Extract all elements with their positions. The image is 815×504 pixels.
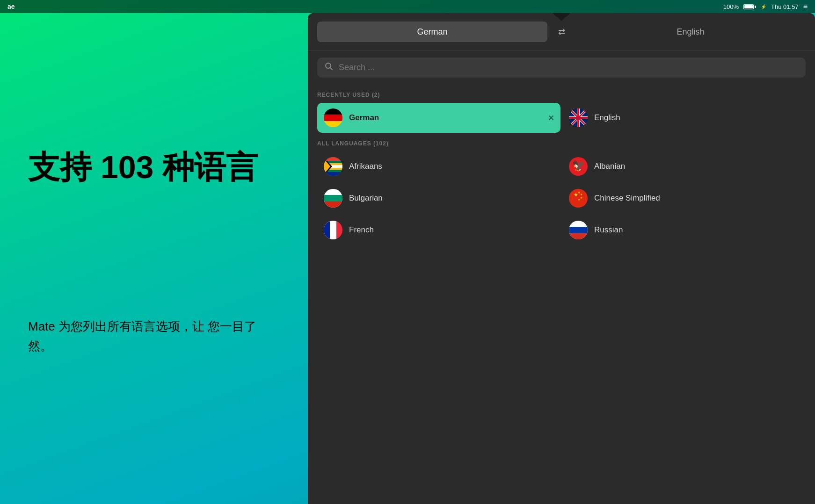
svg-text:★: ★	[578, 198, 580, 201]
language-name: Bulgarian	[349, 194, 383, 203]
language-name: Afrikaans	[349, 162, 382, 171]
svg-rect-37	[324, 221, 330, 239]
flag-afrikaans	[324, 157, 342, 176]
svg-rect-39	[569, 227, 588, 233]
svg-rect-22	[324, 157, 342, 161]
list-item[interactable]: Russian	[562, 215, 806, 245]
svg-line-1	[330, 68, 333, 70]
swap-languages-button[interactable]: ⇄	[553, 23, 570, 40]
svg-text:★: ★	[580, 193, 582, 196]
clock: Thu 01:57	[771, 3, 799, 10]
search-input[interactable]	[339, 63, 798, 72]
flag-russian	[569, 221, 588, 239]
bolt-icon: ⚡	[761, 4, 766, 9]
flag-german	[324, 108, 342, 127]
left-content: 支持 103 种语言 Mate 为您列出所有语言选项，让 您一目了然。	[0, 0, 309, 504]
list-item[interactable]: German ✕	[317, 103, 560, 133]
close-icon[interactable]: ✕	[548, 114, 554, 122]
list-item[interactable]: English	[562, 103, 806, 133]
flag-albanian: 🦅	[569, 157, 588, 176]
svg-rect-28	[324, 202, 342, 208]
language-name: Albanian	[594, 162, 625, 171]
status-bar: ae 100% ⚡ Thu 01:57 ≡	[0, 0, 815, 13]
svg-rect-27	[324, 195, 342, 202]
flag-french	[324, 221, 342, 239]
language-list-container[interactable]: RECENTLY USED (2) German ✕	[308, 84, 815, 504]
language-name: English	[594, 113, 620, 122]
battery-icon	[743, 4, 756, 9]
language-name: Russian	[594, 225, 623, 235]
language-name: Chinese Simplified	[594, 194, 660, 203]
svg-text:★: ★	[580, 196, 582, 199]
search-icon	[325, 62, 333, 73]
subtitle: Mate 为您列出所有语言选项，让 您一目了然。	[28, 317, 281, 356]
list-item[interactable]: Bulgarian	[317, 183, 560, 213]
flag-english	[569, 108, 588, 127]
target-language-button[interactable]: English	[575, 22, 806, 42]
app-panel: German ⇄ English RECENTLY USED (2) Germa…	[308, 13, 815, 504]
list-item[interactable]: ★ ★ ★ ★ ★ Chinese Simplified	[562, 183, 806, 213]
language-name: French	[349, 225, 374, 235]
app-icon: ae	[7, 3, 15, 10]
flag-chinese-simplified: ★ ★ ★ ★ ★	[569, 189, 588, 208]
svg-rect-23	[324, 172, 342, 176]
svg-rect-40	[569, 233, 588, 239]
all-languages-header: ALL LANGUAGES (102)	[317, 140, 806, 147]
main-title: 支持 103 种语言	[28, 148, 281, 187]
all-languages-grid: Afrikaans 🦅 Albanian	[317, 151, 806, 245]
search-bar	[317, 58, 806, 78]
list-item[interactable]: Afrikaans	[317, 151, 560, 181]
language-name: German	[349, 113, 379, 122]
source-language-button[interactable]: German	[317, 22, 547, 42]
svg-text:🦅: 🦅	[572, 159, 585, 172]
panel-notch	[552, 13, 571, 21]
battery-percent: 100%	[723, 3, 739, 10]
menu-icon[interactable]: ≡	[803, 2, 808, 11]
list-item[interactable]: 🦅 Albanian	[562, 151, 806, 181]
list-item[interactable]: French	[317, 215, 560, 245]
recently-used-header: RECENTLY USED (2)	[317, 92, 806, 98]
recently-used-grid: German ✕	[317, 103, 806, 133]
flag-bulgarian	[324, 189, 342, 208]
